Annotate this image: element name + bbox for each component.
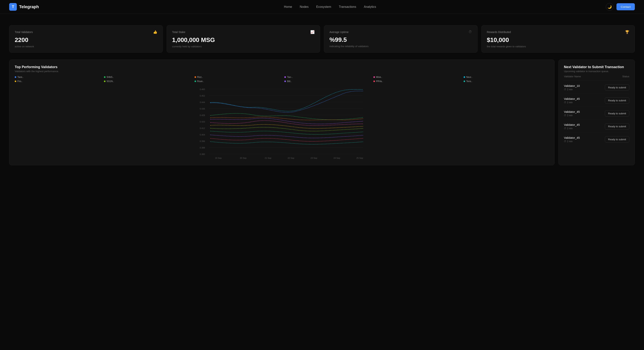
chart-sub: Validators with the highest performance. [15,70,549,73]
validator-queue-sub: Upcoming validator in transaction queue. [564,70,629,73]
nav-nodes[interactable]: Nodes [300,5,308,8]
svg-text:0.436: 0.436 [200,108,205,110]
legend-item: Tens.. [464,80,549,83]
nav-links: Home Nodes Ecosystem Transactions Analyt… [54,5,606,8]
stat-total-stake: Total Stake 📈 1,000,000 MSG currently he… [167,25,320,53]
validator-time: ⏱ 2 min [564,88,580,91]
svg-text:0.420: 0.420 [200,121,205,123]
stats-grid: Total Validators 👍 2200 active on networ… [9,25,635,53]
stat-value-uptime: %99.5 [330,36,472,43]
navbar: T Telegraph Home Nodes Ecosystem Transac… [0,0,644,14]
col-name-header: Validator Name [564,75,581,78]
theme-toggle-button[interactable]: 🌙 [606,3,614,11]
status-badge[interactable]: Ready to submit [605,110,629,117]
legend-item: Taos.. [15,76,100,78]
stat-uptime: Average Uptime ⏱ %99.5 indicating the re… [324,25,478,53]
svg-text:0.452: 0.452 [200,95,205,97]
legend-item: Neur.. [464,76,549,78]
validator-queue-panel: Next Validator to Submit Transaction Upc… [558,60,635,165]
svg-text:0.388: 0.388 [200,147,205,149]
nav-right: 🌙 Contact [606,3,635,11]
stat-title-stake: Total Stake [172,30,185,34]
svg-text:25 Sep: 25 Sep [356,157,363,159]
validator-name: Validator_45 [564,136,580,139]
stat-title-rewards: Rewards Distributed [487,30,511,34]
nav-transactions[interactable]: Transactions [339,5,356,8]
main-content: Total Validators 👍 2200 active on networ… [0,14,644,173]
table-row: Validator_45 ⏱ 2 min Ready to submit [564,94,629,107]
validator-time: ⏱ 2 min [564,127,580,130]
svg-text:0.444: 0.444 [200,101,205,103]
chart-area: 0.460 0.452 0.444 0.436 0.428 0.420 0.41… [15,87,549,160]
chart-legend: Taos..5HbS..Rizz..Tao-..Mine..Neur..Firs… [15,76,549,83]
legend-item: Rizz.. [194,76,281,78]
validator-time: ⏱ 2 min [564,114,580,117]
legend-item: Mine.. [374,76,460,78]
validator-info: Validator_45 ⏱ 2 min [564,123,580,130]
chart-panel: Top Performing Validators Validators wit… [9,60,554,165]
status-badge[interactable]: Ready to submit [605,136,629,143]
validator-info: Validator_45 ⏱ 2 min [564,110,580,117]
col-status-header: Status [622,75,629,78]
legend-item: Firs.. [15,80,100,83]
stat-title-uptime: Average Uptime [330,30,348,34]
svg-text:0.380: 0.380 [200,153,205,155]
validator-name: Validator_45 [564,110,580,113]
svg-text:22 Sep: 22 Sep [288,157,294,159]
stat-value-stake: 1,000,000 MSG [172,36,315,43]
table-row: Validator_45 ⏱ 2 min Ready to submit [564,120,629,133]
validator-name: Validator_10 [564,84,580,87]
svg-text:19 Sep: 19 Sep [215,157,222,159]
clock-icon: ⏱ [564,114,566,117]
table-row: Validator_45 ⏱ 2 min Ready to submit [564,133,629,146]
legend-item: Tao-.. [284,76,370,78]
svg-text:23 Sep: 23 Sep [310,157,317,159]
uptime-icon: ⏱ [468,30,472,34]
validator-time: ⏱ 2 min [564,101,580,104]
clock-icon: ⏱ [564,127,566,130]
svg-text:24 Sep: 24 Sep [334,157,340,159]
validator-queue-title: Next Validator to Submit Transaction [564,65,629,69]
validator-info: Validator_45 ⏱ 2 min [564,97,580,104]
stat-sub-stake: currently held by validators [172,45,315,48]
status-badge[interactable]: Ready to submit [605,84,629,91]
logo: T Telegraph [9,3,39,11]
validator-name: Validator_45 [564,123,580,126]
contact-button[interactable]: Contact [616,3,635,10]
stat-sub-uptime: indicating the reliability of validators [330,45,472,48]
table-row: Validator_10 ⏱ 2 min Ready to submit [564,81,629,94]
stat-total-validators: Total Validators 👍 2200 active on networ… [9,25,163,53]
svg-text:0.404: 0.404 [200,134,205,136]
validator-info: Validator_10 ⏱ 2 min [564,84,580,91]
legend-item: 5G1N.. [104,80,190,83]
stat-value-rewards: $10,000 [487,36,630,43]
validator-table-header: Validator Name Status [564,73,629,80]
logo-text: Telegraph [19,4,39,9]
validator-time: ⏱ 2 min [564,140,580,143]
stat-title-validators: Total Validators [15,30,33,34]
validator-name: Validator_45 [564,97,580,100]
svg-text:20 Sep: 20 Sep [240,157,246,159]
nav-home[interactable]: Home [284,5,292,8]
nav-analytics[interactable]: Analytics [364,5,376,8]
legend-item: PRVa.. [374,80,460,83]
stat-sub-validators: active on network [15,45,157,48]
chart-title: Top Performing Validators [15,65,549,69]
stake-icon: 📈 [310,30,314,34]
stat-value-validators: 2200 [15,36,157,43]
nav-ecosystem[interactable]: Ecosystem [316,5,331,8]
clock-icon: ⏱ [564,140,566,143]
bottom-grid: Top Performing Validators Validators wit… [9,60,635,165]
validator-rows: Validator_10 ⏱ 2 min Ready to submit Val… [564,81,629,146]
clock-icon: ⏱ [564,101,566,104]
legend-item: Bitt.. [284,80,370,83]
svg-text:0.412: 0.412 [200,127,205,129]
legend-item: Roun.. [194,80,281,83]
rewards-icon: 🏆 [625,30,629,34]
table-row: Validator_45 ⏱ 2 min Ready to submit [564,107,629,120]
chart-svg: 0.460 0.452 0.444 0.436 0.428 0.420 0.41… [15,87,549,160]
status-badge[interactable]: Ready to submit [605,123,629,130]
legend-item: 5HbS.. [104,76,190,78]
status-badge[interactable]: Ready to submit [605,97,629,104]
validator-info: Validator_45 ⏱ 2 min [564,136,580,143]
